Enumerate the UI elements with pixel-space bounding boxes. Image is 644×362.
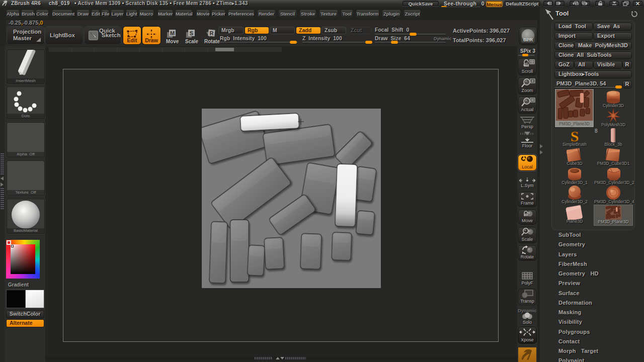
svg-text:S: S [571, 128, 579, 143]
svg-text:M: M [170, 30, 175, 36]
svg-text:R: R [210, 30, 214, 36]
svg-text:S: S [190, 30, 193, 36]
